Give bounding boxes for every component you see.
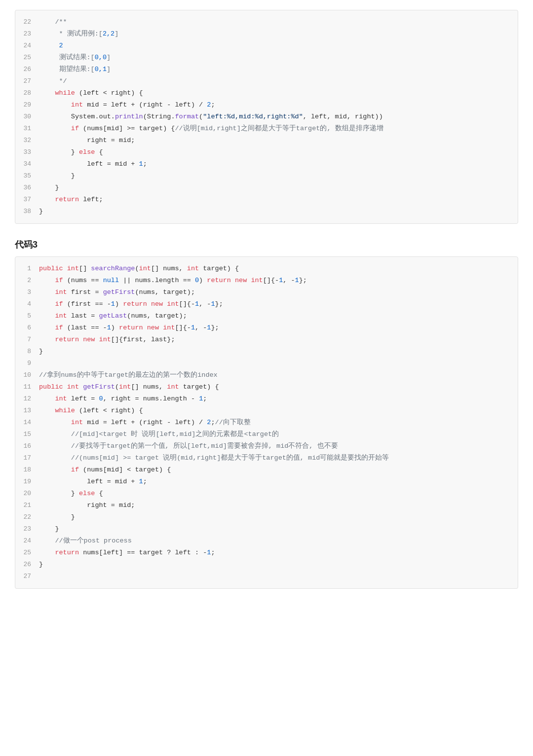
line-number: 25 — [15, 547, 39, 558]
code-line-22: 22 /** — [15, 16, 518, 28]
code-line-26: 26 期望结果:[0,1] — [15, 64, 518, 75]
code-line-31: 31 if (nums[mid] >= target) {//说明[mid,ri… — [15, 123, 518, 135]
line-number: 27 — [15, 76, 39, 87]
line-content: } — [39, 512, 518, 523]
line-number: 25 — [15, 52, 39, 63]
code-line-18: 18 if (nums[mid] < target) { — [15, 464, 518, 476]
line-content: int first = getFirst(nums, target); — [39, 287, 518, 298]
line-number: 23 — [15, 29, 39, 39]
code-line-38: 38 } — [15, 206, 518, 217]
line-number: 23 — [15, 524, 39, 535]
line-content: return nums[left] == target ? left : -1; — [39, 547, 518, 558]
code-line-36: 36 } — [15, 182, 518, 194]
code-line-4: 4 if (first == -1) return new int[]{-1, … — [15, 298, 518, 310]
code-line-25: 25 测试结果:[0,0] — [15, 52, 518, 64]
line-number: 26 — [15, 559, 39, 570]
line-content: //拿到nums的中等于target的最左边的第一个数的index — [39, 370, 518, 381]
line-content: if (nums[mid] >= target) {//说明[mid,right… — [39, 123, 518, 134]
line-content: if (last == -1) return new int[]{-1, -1}… — [39, 323, 518, 333]
code-line-24b: 24 //做一个post process — [15, 535, 518, 547]
code-line-5: 5 int last = getLast(nums, target); — [15, 310, 518, 322]
line-content: } — [39, 206, 518, 217]
line-number: 11 — [15, 382, 39, 393]
line-number: 22 — [15, 17, 39, 28]
code-line-7: 7 return new int[]{first, last}; — [15, 334, 518, 346]
line-content: 期望结果:[0,1] — [39, 64, 518, 75]
line-number: 36 — [15, 182, 39, 193]
section-title-code3: 代码3 — [15, 239, 518, 251]
code-line-20: 20 } else { — [15, 488, 518, 500]
line-content: } else { — [39, 147, 518, 158]
line-number: 22 — [15, 512, 39, 523]
line-number: 5 — [15, 311, 39, 322]
line-number: 28 — [15, 88, 39, 99]
code-line-30: 30 System.out.println(String.format("lef… — [15, 111, 518, 123]
line-number: 19 — [15, 476, 39, 487]
code-block-1: 22 /** 23 * 测试用例:[2,2] 24 2 25 测试结果:[0,0… — [15, 10, 518, 224]
code-line-25b: 25 return nums[left] == target ? left : … — [15, 547, 518, 559]
code-line-37: 37 return left; — [15, 194, 518, 206]
line-number: 34 — [15, 159, 39, 170]
line-content: 2 — [39, 40, 518, 51]
line-content: right = mid; — [39, 500, 518, 511]
line-number: 37 — [15, 194, 39, 205]
code-line-27b: 27 — [15, 571, 518, 582]
line-number: 6 — [15, 323, 39, 333]
line-number: 2 — [15, 275, 39, 286]
code-line-10: 10 //拿到nums的中等于target的最左边的第一个数的index — [15, 369, 518, 381]
line-content: left = mid + 1; — [39, 159, 518, 170]
line-content: int mid = left + (right - left) / 2; — [39, 100, 518, 110]
code-line-14: 14 int mid = left + (right - left) / 2;/… — [15, 417, 518, 429]
line-number: 16 — [15, 441, 39, 452]
page: 22 /** 23 * 测试用例:[2,2] 24 2 25 测试结果:[0,0… — [0, 0, 533, 756]
code-line-35: 35 } — [15, 170, 518, 182]
line-content: public int[] searchRange(int[] nums, int… — [39, 263, 518, 274]
code-line-3: 3 int first = getFirst(nums, target); — [15, 287, 518, 298]
line-content: return left; — [39, 194, 518, 205]
line-content: } else { — [39, 488, 518, 499]
line-number: 15 — [15, 429, 39, 440]
line-content: } — [39, 346, 518, 357]
line-content: */ — [39, 76, 518, 87]
line-content: int last = getLast(nums, target); — [39, 311, 518, 322]
code-line-29: 29 int mid = left + (right - left) / 2; — [15, 99, 518, 111]
line-content: if (nums == null || nums.length == 0) re… — [39, 275, 518, 286]
line-content: } — [39, 171, 518, 181]
code-line-16: 16 //要找等于target的第一个值, 所以[left,mid]需要被舍弃掉… — [15, 440, 518, 452]
code-line-19: 19 left = mid + 1; — [15, 476, 518, 488]
line-number: 18 — [15, 465, 39, 475]
line-content: /** — [39, 17, 518, 28]
code-block-2: 1 public int[] searchRange(int[] nums, i… — [15, 256, 518, 589]
line-content: if (first == -1) return new int[]{-1, -1… — [39, 299, 518, 310]
line-number: 31 — [15, 123, 39, 134]
line-number: 24 — [15, 40, 39, 51]
line-number: 35 — [15, 171, 39, 181]
line-number: 30 — [15, 111, 39, 122]
line-content: } — [39, 182, 518, 193]
code-line-21: 21 right = mid; — [15, 500, 518, 511]
line-number: 14 — [15, 417, 39, 428]
line-content: public int getFirst(int[] nums, int targ… — [39, 382, 518, 393]
code-line-32: 32 right = mid; — [15, 135, 518, 146]
line-number: 27 — [15, 571, 39, 582]
code-line-22b: 22 } — [15, 511, 518, 523]
code-line-6: 6 if (last == -1) return new int[]{-1, -… — [15, 322, 518, 334]
code-line-24: 24 2 — [15, 40, 518, 52]
code-line-9: 9 — [15, 358, 518, 369]
line-content: if (nums[mid] < target) { — [39, 465, 518, 475]
line-number: 21 — [15, 500, 39, 511]
line-content: 测试结果:[0,0] — [39, 52, 518, 63]
line-number: 1 — [15, 263, 39, 274]
code-line-15: 15 //[mid]<target 时 说明[left,mid]之间的元素都是<… — [15, 429, 518, 440]
line-content: //要找等于target的第一个值, 所以[left,mid]需要被舍弃掉, m… — [39, 441, 518, 452]
line-content: int mid = left + (right - left) / 2;//向下… — [39, 417, 518, 428]
line-content: while (left < right) { — [39, 405, 518, 416]
code-line-26b: 26 } — [15, 559, 518, 571]
line-content: return new int[]{first, last}; — [39, 334, 518, 345]
line-number: 38 — [15, 206, 39, 217]
line-content: right = mid; — [39, 135, 518, 146]
line-number: 17 — [15, 453, 39, 464]
line-number: 33 — [15, 147, 39, 158]
code-line-28: 28 while (left < right) { — [15, 87, 518, 99]
code-line-1: 1 public int[] searchRange(int[] nums, i… — [15, 263, 518, 275]
